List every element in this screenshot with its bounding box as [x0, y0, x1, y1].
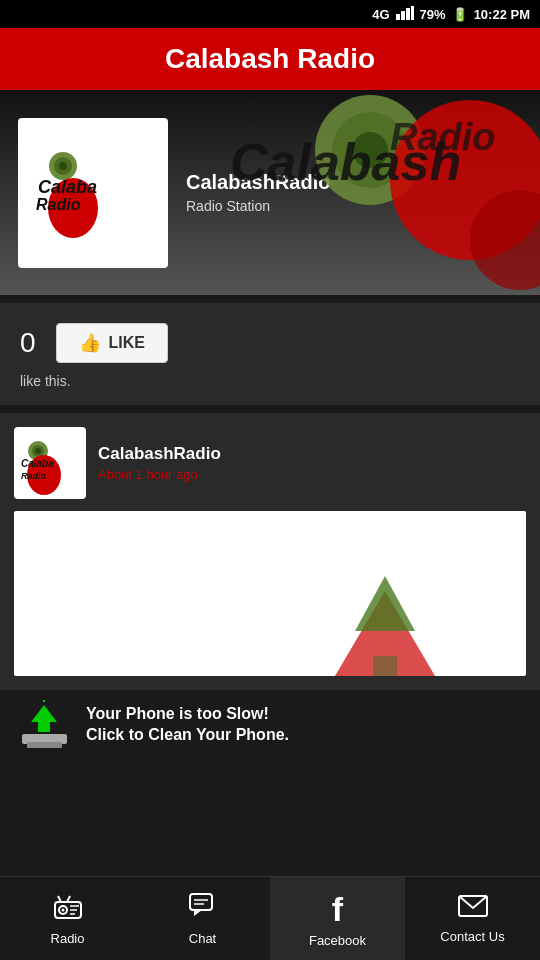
like-button[interactable]: 👍 LIKE: [56, 323, 168, 363]
like-section: 0 👍 LIKE like this.: [0, 303, 540, 405]
like-button-label: LIKE: [109, 334, 145, 352]
nav-chat[interactable]: Chat: [135, 877, 270, 960]
nav-radio[interactable]: Radio: [0, 877, 135, 960]
svg-point-14: [59, 162, 67, 170]
chat-icon: [188, 892, 218, 927]
svg-text:Radio: Radio: [21, 471, 47, 481]
svg-marker-29: [31, 705, 57, 732]
svg-text:Radio: Radio: [36, 196, 81, 213]
nav-radio-label: Radio: [51, 931, 85, 946]
station-info: CalabashRadio Radio Station: [186, 171, 330, 214]
svg-rect-2: [406, 8, 410, 20]
post-header: Calaba Radio CalabashRadio About 1 hour …: [14, 427, 526, 499]
like-description: like this.: [20, 373, 520, 389]
facebook-icon: f: [332, 890, 343, 929]
svg-text:Calaba: Calaba: [38, 177, 97, 197]
post-image: [14, 511, 526, 676]
envelope-icon: [458, 893, 488, 925]
station-name: CalabashRadio: [186, 171, 330, 194]
bottom-navigation: Radio Chat f Facebook Contact Us: [0, 876, 540, 960]
post-author-name: CalabashRadio: [98, 444, 221, 464]
profile-banner: Calabash Radio Calaba Radio CalabashRadi…: [0, 90, 540, 295]
post-section: Calaba Radio CalabashRadio About 1 hour …: [0, 413, 540, 690]
svg-text:Radio: Radio: [390, 116, 496, 158]
svg-rect-3: [411, 6, 414, 20]
like-count: 0: [20, 327, 36, 359]
radio-icon: [53, 892, 83, 927]
svg-text:Calaba: Calaba: [21, 458, 54, 469]
svg-point-4: [315, 95, 425, 205]
svg-point-7: [390, 100, 540, 260]
station-logo: Calaba Radio: [18, 118, 168, 268]
network-indicator: 4G: [372, 7, 389, 22]
nav-facebook-label: Facebook: [309, 933, 366, 948]
svg-rect-28: [373, 656, 397, 676]
nav-contact-us[interactable]: Contact Us: [405, 877, 540, 960]
svg-point-35: [61, 908, 64, 911]
svg-rect-41: [190, 894, 212, 910]
status-bar: 4G 79% 🔋 10:22 PM: [0, 0, 540, 28]
station-type: Radio Station: [186, 198, 330, 214]
ad-text: Your Phone is too Slow!Click to Clean Yo…: [86, 704, 289, 746]
ad-banner[interactable]: Your Phone is too Slow!Click to Clean Yo…: [0, 690, 540, 760]
svg-point-8: [470, 190, 540, 290]
svg-rect-31: [27, 742, 62, 748]
nav-chat-label: Chat: [189, 931, 216, 946]
signal-icon: [396, 6, 414, 23]
facebook-like-icon: 👍: [79, 332, 101, 354]
svg-point-21: [35, 448, 41, 454]
nav-facebook[interactable]: f Facebook: [270, 877, 405, 960]
svg-point-5: [332, 112, 408, 188]
ad-download-icon: [14, 700, 74, 750]
svg-rect-0: [396, 14, 400, 20]
battery-icon: 🔋: [452, 7, 468, 22]
battery-text: 79%: [420, 7, 446, 22]
svg-rect-1: [401, 11, 405, 20]
post-author-avatar: Calaba Radio: [14, 427, 86, 499]
svg-point-6: [352, 132, 388, 168]
clock: 10:22 PM: [474, 7, 530, 22]
post-timestamp: About 1 hour ago: [98, 467, 221, 482]
post-meta: CalabashRadio About 1 hour ago: [98, 444, 221, 482]
app-title: Calabash Radio: [165, 43, 375, 75]
nav-contact-us-label: Contact Us: [440, 929, 504, 944]
app-header: Calabash Radio: [0, 28, 540, 90]
svg-rect-25: [25, 511, 515, 676]
